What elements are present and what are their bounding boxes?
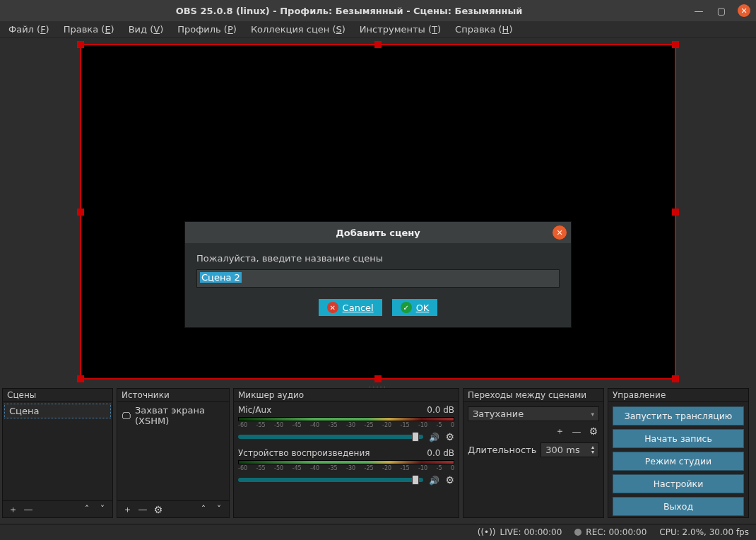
- mixer-ticks: -60-55-50-45-40-35-30-25-20-15-10-50: [238, 465, 454, 471]
- resize-handle-icon[interactable]: [672, 41, 679, 48]
- audio-mixer-title: Микшер аудио: [234, 389, 459, 402]
- add-scene-dialog: Добавить сцену ✕ Пожалуйста, введите наз…: [184, 221, 572, 328]
- transition-settings-button[interactable]: [588, 425, 599, 437]
- mixer-channel-level: 0.0 dB: [427, 448, 454, 458]
- ok-button[interactable]: ✓ OK: [392, 299, 438, 316]
- remove-transition-button[interactable]: —: [571, 425, 582, 437]
- dialog-title: Добавить сцену: [336, 228, 420, 238]
- scene-name-input[interactable]: Сцена 2: [196, 269, 560, 288]
- duration-value: 300 ms: [545, 445, 579, 455]
- scenes-panel-title: Сцены: [3, 389, 112, 402]
- controls-title: Управление: [608, 389, 748, 402]
- resize-handle-icon[interactable]: [374, 375, 382, 382]
- source-item-label: Захват экрана (XSHM): [135, 405, 225, 426]
- duration-label: Длительность: [468, 445, 536, 455]
- dialog-titlebar: Добавить сцену ✕: [185, 222, 571, 243]
- maximize-button[interactable]: ▢: [715, 4, 728, 17]
- mixer-channel-name: Mic/Aux: [238, 405, 271, 415]
- ok-button-label: OK: [416, 303, 430, 313]
- remove-source-button[interactable]: —: [137, 504, 148, 515]
- scene-name-input-value: Сцена 2: [200, 272, 242, 283]
- volume-slider[interactable]: [238, 435, 423, 439]
- source-list-item[interactable]: 🖵 Захват экрана (XSHM): [119, 404, 228, 428]
- resize-handle-icon[interactable]: [77, 41, 84, 48]
- menu-file[interactable]: Файл (F): [1, 23, 57, 36]
- titlebar: OBS 25.0.8 (linux) - Профиль: Безымянный…: [0, 0, 756, 21]
- transition-select[interactable]: Затухание ▾: [468, 406, 599, 421]
- scenes-panel: Сцены Сцена ＋ — ˆ ˇ: [2, 388, 113, 518]
- volume-slider[interactable]: [238, 478, 423, 482]
- spin-arrows-icon: ▴▾: [591, 445, 594, 455]
- resize-handle-icon[interactable]: [672, 375, 679, 382]
- transitions-panel: Переходы между сценами Затухание ▾ ＋ — Д…: [463, 388, 604, 518]
- dialog-label: Пожалуйста, введите название сцены: [196, 253, 560, 264]
- move-source-up-button[interactable]: ˆ: [198, 504, 209, 515]
- rec-time: REC: 00:00:00: [586, 527, 646, 537]
- close-button[interactable]: ✕: [738, 4, 750, 17]
- start-stream-button[interactable]: Запустить трансляцию: [613, 406, 744, 425]
- resize-handle-icon[interactable]: [77, 209, 84, 216]
- channel-settings-button[interactable]: [445, 474, 454, 486]
- cancel-button-label: Cancel: [343, 303, 374, 313]
- exit-button[interactable]: Выход: [613, 497, 744, 516]
- dock-row: Сцены Сцена ＋ — ˆ ˇ Источники 🖵 Захват э…: [0, 388, 756, 518]
- add-scene-button[interactable]: ＋: [7, 504, 18, 515]
- move-source-down-button[interactable]: ˇ: [213, 504, 225, 515]
- mixer-channel: Mic/Aux 0.0 dB -60-55-50-45-40-35-30-25-…: [235, 404, 457, 447]
- broadcast-icon: ((•)): [478, 527, 496, 537]
- window-controls: — ▢ ✕: [692, 4, 750, 17]
- cpu-status: CPU: 2.0%, 30.00 fps: [659, 527, 749, 537]
- sources-panel-title: Источники: [117, 389, 229, 402]
- volume-meter-icon: [238, 417, 454, 421]
- transition-select-value: Затухание: [473, 409, 524, 419]
- menu-profile[interactable]: Профиль (P): [170, 23, 244, 36]
- controls-panel: Управление Запустить трансляцию Начать з…: [608, 388, 749, 518]
- mute-button[interactable]: [429, 432, 439, 442]
- start-record-button[interactable]: Начать запись: [613, 429, 744, 448]
- mixer-channel: Устройство воспроизведения 0.0 dB -60-55…: [235, 447, 457, 490]
- window-title: OBS 25.0.8 (linux) - Профиль: Безымянный…: [6, 6, 692, 16]
- chevron-down-icon: ▾: [591, 411, 594, 418]
- menu-edit[interactable]: Правка (E): [57, 23, 122, 36]
- mute-button[interactable]: [429, 475, 439, 486]
- resize-handle-icon[interactable]: [672, 209, 679, 216]
- preview-canvas[interactable]: [80, 44, 676, 380]
- volume-meter-icon: [238, 460, 454, 464]
- audio-mixer-panel: Микшер аудио Mic/Aux 0.0 dB -60-55-50-45…: [233, 388, 459, 518]
- add-transition-button[interactable]: ＋: [554, 425, 565, 437]
- live-time: LIVE: 00:00:00: [500, 527, 562, 537]
- menu-scene-collection[interactable]: Коллекция сцен (S): [244, 23, 353, 36]
- move-scene-down-button[interactable]: ˇ: [97, 504, 108, 515]
- duration-stepper[interactable]: 300 ms ▴▾: [541, 442, 599, 457]
- channel-settings-button[interactable]: [445, 431, 454, 442]
- minimize-button[interactable]: —: [692, 4, 705, 17]
- menu-tools[interactable]: Инструменты (T): [353, 23, 448, 36]
- source-settings-button[interactable]: [153, 504, 164, 515]
- scene-list-item[interactable]: Сцена: [4, 404, 111, 418]
- resize-handle-icon[interactable]: [374, 41, 382, 48]
- transitions-title: Переходы между сценами: [463, 389, 603, 402]
- sources-panel: Источники 🖵 Захват экрана (XSHM) ＋ — ˆ ˇ: [117, 388, 230, 518]
- cancel-icon: ✕: [327, 302, 338, 313]
- ok-icon: ✓: [401, 302, 412, 313]
- studio-mode-button[interactable]: Режим студии: [613, 452, 744, 471]
- mixer-ticks: -60-55-50-45-40-35-30-25-20-15-10-50: [238, 422, 454, 428]
- menu-view[interactable]: Вид (V): [122, 23, 171, 36]
- mixer-channel-level: 0.0 dB: [427, 405, 454, 415]
- resize-handle-icon[interactable]: [77, 375, 84, 382]
- add-source-button[interactable]: ＋: [122, 504, 133, 515]
- remove-scene-button[interactable]: —: [23, 504, 34, 515]
- record-indicator-icon: [574, 529, 581, 536]
- preview-area: [0, 38, 756, 385]
- move-scene-up-button[interactable]: ˆ: [81, 504, 93, 515]
- dialog-close-button[interactable]: ✕: [553, 225, 567, 240]
- menubar: Файл (F) Правка (E) Вид (V) Профиль (P) …: [0, 21, 756, 38]
- cancel-button[interactable]: ✕ Cancel: [319, 299, 382, 316]
- display-icon: 🖵: [122, 411, 131, 421]
- settings-button[interactable]: Настройки: [613, 474, 744, 493]
- menu-help[interactable]: Справка (H): [448, 23, 519, 36]
- mixer-channel-name: Устройство воспроизведения: [238, 448, 370, 458]
- statusbar: ((•))LIVE: 00:00:00 REC: 00:00:00 CPU: 2…: [0, 524, 756, 540]
